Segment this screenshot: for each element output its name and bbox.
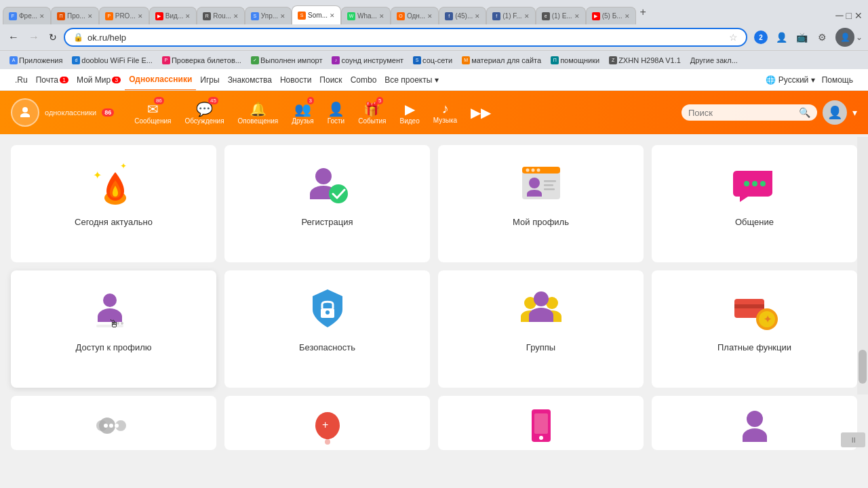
tab-close-icon[interactable]: ✕ xyxy=(39,13,45,20)
back-button[interactable]: ← xyxy=(5,28,22,46)
ok-nav-guests[interactable]: 👤 Гости xyxy=(321,101,351,125)
tab[interactable]: S Упр... ✕ xyxy=(245,7,292,24)
bookmark-item[interactable]: П помощники xyxy=(547,55,604,66)
bookmark-item[interactable]: P Проверка билетов... xyxy=(158,55,245,66)
tab[interactable]: П Про... ✕ xyxy=(51,7,99,24)
card-paid[interactable]: ✦ Платные функции xyxy=(652,270,857,388)
bookmark-item[interactable]: ♪ соунд инструмент xyxy=(328,55,408,66)
tab-close-icon[interactable]: ✕ xyxy=(427,13,433,20)
tab-close-icon[interactable]: ✕ xyxy=(330,12,335,19)
tab[interactable]: R Rou... ✕ xyxy=(197,7,245,24)
minimize-button[interactable]: ─ xyxy=(835,9,843,22)
tab[interactable]: ▶ (5) Б... ✕ xyxy=(586,7,636,24)
tab-close-icon[interactable]: ✕ xyxy=(625,13,630,20)
card-security[interactable]: Безопасность xyxy=(224,270,430,388)
ok-topnav-search[interactable]: Поиск xyxy=(315,69,346,91)
extensions-icon[interactable]: 2 xyxy=(751,28,770,47)
bookmark-item[interactable]: M материал для сайта xyxy=(458,55,545,66)
user-avatar[interactable]: 👤 xyxy=(823,100,847,125)
expand-icon[interactable]: ⌄ xyxy=(856,33,863,42)
tab-close-icon[interactable]: ✕ xyxy=(233,13,239,20)
tab[interactable]: e (1) Е... ✕ xyxy=(536,7,586,24)
ok-search-input[interactable] xyxy=(688,108,799,118)
card-register[interactable]: Регистрация xyxy=(224,145,430,262)
card-chat-icon xyxy=(728,156,782,210)
tab-close-icon[interactable]: ✕ xyxy=(87,13,93,20)
tab-close-icon[interactable]: ✕ xyxy=(475,13,480,20)
user-menu-arrow[interactable]: ▾ xyxy=(852,107,857,118)
ok-nav-events[interactable]: 🎁 5 События xyxy=(351,101,393,125)
tab-close-icon[interactable]: ✕ xyxy=(524,13,530,20)
card-partial-3[interactable] xyxy=(438,396,644,450)
ok-nav-video[interactable]: ▶ Видео xyxy=(393,101,426,125)
ok-header-nav: ✉ 86 Сообщения 💬 45 Обсуждения 🔔 Оповеще… xyxy=(127,101,498,125)
ok-nav-notifications[interactable]: 🔔 Оповещения xyxy=(231,101,285,125)
bookmark-item[interactable]: Z ZXHN H298A V1.1 xyxy=(605,55,685,66)
tab[interactable]: f (45)... ✕ xyxy=(439,7,486,24)
ok-topnav-myworld[interactable]: Мой Мир 3 xyxy=(73,69,125,91)
tab-close-icon[interactable]: ✕ xyxy=(280,13,285,20)
ok-nav-more[interactable]: ▶▶ xyxy=(464,104,498,121)
ok-nav-music[interactable]: ♪ Музыка xyxy=(427,101,464,124)
ok-nav-discussions[interactable]: 💬 45 Обсуждения xyxy=(178,101,231,125)
ok-topnav-ok[interactable]: Одноклассники xyxy=(125,69,196,91)
tab[interactable]: f (1) F... ✕ xyxy=(486,7,535,24)
tab[interactable]: P PRO... ✕ xyxy=(99,7,149,24)
card-today[interactable]: ✦ ✦ Сегодня актуально xyxy=(11,145,216,262)
profile-circle[interactable]: 👤 xyxy=(835,28,854,47)
more-bookmarks[interactable]: Другие закл... xyxy=(686,55,742,66)
ok-search-box[interactable]: 🔍 xyxy=(682,104,817,121)
card-access[interactable]: 🖱 Доступ к профилю xyxy=(11,270,216,388)
cast-icon[interactable]: 📺 xyxy=(792,28,811,47)
ok-topnav-dating[interactable]: Знакомства xyxy=(224,69,276,91)
account-icon[interactable]: 👤 xyxy=(772,28,791,47)
ok-logo[interactable]: одноклассники 86 xyxy=(11,98,114,127)
star-icon[interactable]: ☆ xyxy=(729,32,738,43)
tab-close-icon[interactable]: ✕ xyxy=(379,13,384,20)
card-partial-2[interactable]: + xyxy=(224,396,430,450)
close-button[interactable]: ✕ xyxy=(854,10,863,21)
card-profile[interactable]: Мой профиль xyxy=(438,145,644,262)
tab[interactable]: F Фре... ✕ xyxy=(3,7,51,24)
bookmark-item[interactable]: ✓ Выполнен импорт xyxy=(247,55,327,66)
ok-topnav-allprojects[interactable]: Все проекты ▾ xyxy=(380,69,442,91)
ok-nav-friends[interactable]: 👥 3 Друзья xyxy=(285,101,320,125)
bookmark-item[interactable]: d dooblou WiFi File E... xyxy=(68,55,157,66)
tab-active[interactable]: S Som... ✕ xyxy=(292,5,341,24)
tab-favicon: R xyxy=(203,12,211,20)
new-tab-button[interactable]: + xyxy=(636,6,650,18)
ok-topnav-mail[interactable]: Почта 1 xyxy=(32,69,73,91)
card-groups[interactable]: Группы xyxy=(438,270,644,388)
ok-logo-text: одноклассники xyxy=(45,108,96,117)
forward-button[interactable]: → xyxy=(26,28,42,46)
address-bar[interactable]: 🔒 ok.ru/help ☆ xyxy=(64,28,747,47)
scrollbar-thumb[interactable] xyxy=(859,350,867,384)
maximize-button[interactable]: □ xyxy=(846,10,852,21)
search-icon[interactable]: 🔍 xyxy=(799,107,810,118)
ok-topnav-language[interactable]: Русский ▾ xyxy=(776,75,818,85)
tab[interactable]: ▶ Вид... ✕ xyxy=(149,7,197,24)
tab[interactable]: W Wha... ✕ xyxy=(341,7,391,24)
ok-topnav-news[interactable]: Новости xyxy=(276,69,315,91)
card-partial-1[interactable] xyxy=(11,396,216,450)
browser-settings-icon[interactable]: ⚙ xyxy=(812,28,831,47)
bookmark-item[interactable]: A Приложения xyxy=(5,55,66,66)
card-chat[interactable]: Общение xyxy=(652,145,857,262)
scrollbar-track[interactable]: ⏸ xyxy=(857,137,868,394)
reload-button[interactable]: ↻ xyxy=(46,29,60,45)
ok-topnav-ru[interactable]: .Ru xyxy=(11,69,32,91)
svg-point-27 xyxy=(534,291,549,306)
ok-nav-messages[interactable]: ✉ 86 Сообщения xyxy=(127,101,178,125)
bookmark-item[interactable]: S соц-сети xyxy=(409,55,456,66)
ok-topnav-help[interactable]: Помощь xyxy=(818,75,857,85)
tab[interactable]: О Одн... ✕ xyxy=(391,7,439,24)
svg-point-44 xyxy=(747,411,763,427)
tab-close-icon[interactable]: ✕ xyxy=(138,13,143,20)
tab-close-icon[interactable]: ✕ xyxy=(185,13,191,20)
pause-button[interactable]: ⏸ xyxy=(841,432,865,447)
card-partial-4[interactable] xyxy=(652,396,857,450)
ok-topnav-games[interactable]: Игры xyxy=(196,69,223,91)
ok-topnav-combo[interactable]: Combo xyxy=(347,69,381,91)
tab-close-icon[interactable]: ✕ xyxy=(574,13,580,20)
ok-logo-badge: 86 xyxy=(102,108,114,117)
